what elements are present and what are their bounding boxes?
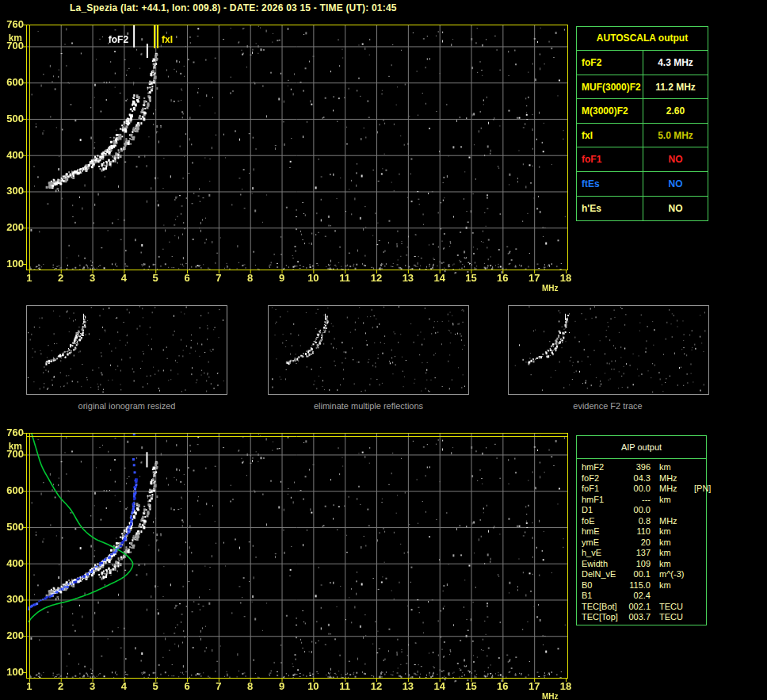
aip-row-unit: MHz (659, 484, 693, 495)
aip-row-label: B1 (582, 591, 625, 602)
aip-row-extra: [PN] (694, 484, 711, 495)
aip-row-value: 115.0 (625, 580, 651, 591)
aip-row-value: 04.3 (625, 473, 651, 484)
aip-row-value: 20 (625, 537, 651, 549)
autoscala-row: fxI5.0 MHz (577, 124, 708, 148)
autoscala-row: M(3000)F22.60 (577, 99, 708, 124)
aip-row-value: 002.1 (625, 602, 651, 613)
y-axis-tick-label: 760 (0, 19, 24, 30)
aip-row-value: 396 (625, 462, 651, 473)
autoscala-row-value: NO (643, 172, 708, 196)
y-axis-tick-label: 100 (0, 667, 24, 678)
autoscala-row-value: 11.2 MHz (643, 75, 708, 99)
aip-row-unit: km (659, 580, 693, 591)
x-axis-tick-label: 5 (146, 681, 165, 692)
aip-row-unit: TECU (659, 602, 693, 613)
aip-row: foF100.0MHz[PN] (582, 484, 706, 495)
y-axis-tick-label: 400 (0, 558, 24, 569)
autoscala-screen: La_Spezia (lat: +44.1, lon: 009.8) - DAT… (0, 0, 767, 700)
y-axis-tick-label: 600 (0, 77, 24, 88)
thumbnail-caption: eliminate multiple reflections (281, 401, 456, 411)
x-axis-tick-label: 4 (114, 681, 133, 692)
y-axis-unit-label: km (0, 33, 22, 44)
x-axis-tick-label: 18 (556, 681, 575, 692)
page-title: La_Spezia (lat: +44.1, lon: 009.8) - DAT… (70, 2, 482, 13)
thumbnail-original-ionogram (26, 305, 227, 395)
aip-row: ymE20km (582, 537, 706, 549)
x-axis-tick-label: 12 (367, 681, 386, 692)
x-axis-tick-label: 15 (462, 681, 481, 692)
x-axis-tick-label: 5 (146, 273, 165, 284)
y-axis-tick-label: 760 (0, 427, 24, 438)
aip-row: B0115.0km (582, 580, 706, 591)
aip-row-label: TEC[Top] (582, 612, 625, 623)
y-axis-tick-label: 500 (0, 113, 24, 124)
autoscala-row: h'EsNO (577, 197, 708, 221)
autoscala-row-label: ftEs (577, 172, 643, 196)
autoscala-row-label: fxI (577, 124, 643, 147)
autoscala-row: foF24.3 MHz (577, 51, 708, 75)
aip-row-unit: km (659, 537, 693, 549)
autoscala-row-value: NO (643, 197, 708, 221)
x-axis-tick-label: 17 (525, 273, 544, 284)
aip-row-label: TEC[Bot] (582, 602, 625, 613)
aip-row-value: 0.8 (625, 516, 651, 527)
aip-row-label: h_vE (582, 548, 625, 559)
aip-row-label: foF1 (582, 484, 625, 495)
x-axis-tick-label: 7 (209, 273, 228, 284)
x-axis-tick-label: 14 (430, 273, 449, 284)
y-axis-tick-label: 300 (0, 594, 24, 605)
x-axis-tick-label: 16 (493, 681, 512, 692)
aip-row: DelN_vE00.1m^(-3) (582, 569, 706, 580)
aip-row: D100.0 (582, 505, 706, 516)
x-axis-tick-label: 4 (114, 273, 133, 284)
aip-row-label: B0 (582, 580, 625, 591)
x-axis-tick-label: 2 (52, 681, 71, 692)
aip-row-label: foF2 (582, 473, 625, 484)
autoscala-row-label: foF2 (577, 51, 643, 75)
aip-row-unit: MHz (659, 516, 693, 527)
aip-row-value: 00.0 (625, 505, 651, 516)
x-axis-tick-label: 1 (20, 681, 39, 692)
aip-row: h_vE137km (582, 548, 706, 559)
aip-row-value: 00.0 (625, 484, 651, 495)
x-axis-tick-label: 6 (177, 681, 197, 692)
autoscala-row: ftEsNO (577, 172, 708, 197)
marker-label-fof2: foF2 (95, 35, 128, 45)
y-axis-unit-label: km (0, 442, 22, 452)
aip-row-label: foE (582, 516, 625, 527)
thumbnail-caption: evidence F2 trace (521, 401, 695, 411)
marker-label-fxi: fxI (162, 35, 173, 45)
y-axis-tick-label: 100 (0, 258, 24, 270)
aip-row-unit (659, 505, 693, 516)
aip-row-value: 109 (625, 559, 651, 570)
aip-row-unit: km (659, 495, 693, 506)
y-axis-tick-label: 200 (0, 630, 24, 641)
x-axis-unit-label: MHz (542, 284, 559, 293)
x-axis-tick-label: 15 (462, 273, 481, 284)
x-axis-tick-label: 16 (493, 273, 512, 284)
aip-row-label: D1 (582, 505, 625, 516)
aip-row: hmE110km (582, 526, 706, 537)
thumbnail-eliminate-canvas (269, 306, 468, 394)
autoscala-row: foF1NO (577, 147, 708, 172)
autoscala-row-value: NO (643, 147, 708, 171)
x-axis-tick-label: 13 (399, 681, 418, 692)
x-axis-tick-label: 8 (241, 681, 260, 692)
aip-row-unit: km (659, 462, 693, 473)
ionogram-bottom-plot (22, 429, 572, 685)
x-axis-tick-label: 10 (303, 681, 322, 692)
aip-row-unit (659, 591, 693, 602)
x-axis-tick-label: 1 (20, 273, 39, 284)
aip-row-value: 137 (625, 548, 651, 559)
x-axis-tick-label: 6 (177, 273, 197, 284)
thumbnail-caption: original ionogram resized (40, 401, 214, 411)
aip-row: Ewidth109km (582, 559, 706, 570)
aip-row-unit: m^(-3) (659, 569, 693, 580)
autoscala-row-value: 5.0 MHz (643, 124, 708, 147)
y-axis-tick-label: 400 (0, 150, 24, 161)
aip-row: foE0.8MHz (582, 516, 706, 527)
y-axis-tick-label: 500 (0, 522, 24, 533)
autoscala-row-label: M(3000)F2 (577, 99, 643, 123)
x-axis-tick-label: 10 (303, 273, 322, 284)
